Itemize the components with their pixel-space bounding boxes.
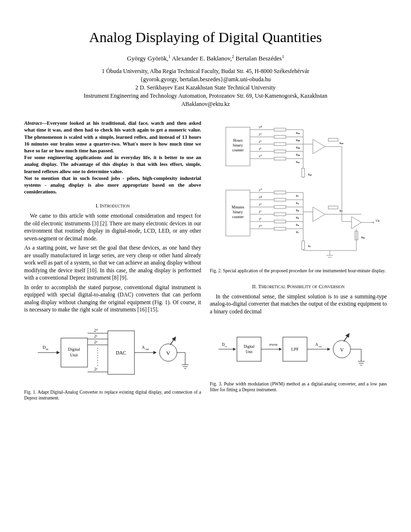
- svg-text:2³: 2³: [259, 133, 262, 136]
- svg-text:binary: binary: [233, 143, 243, 148]
- svg-text:2¹: 2¹: [259, 147, 262, 151]
- affil-line: Instrument Engineering and Technology Au…: [24, 92, 387, 100]
- svg-text:in: in: [46, 348, 48, 351]
- right-column: Hours binary counter 2⁴R₁₄ 2³R₁₃ 2²R₁₂ 2…: [210, 120, 387, 410]
- intro-p2: As a starting point, we have set the goa…: [24, 244, 201, 282]
- svg-text:2³: 2³: [259, 203, 262, 207]
- svg-text:V: V: [340, 347, 344, 353]
- affiliations: 1 Óbuda University, Alba Regia Technical…: [24, 67, 387, 108]
- affil-line: ABaklanov@ektu.kz: [24, 100, 387, 108]
- paper-title: Analog Displaying of Digital Quantities: [24, 29, 387, 45]
- svg-rect-39: [274, 143, 286, 146]
- affil-line: 1 Óbuda University, Alba Regia Technical…: [24, 67, 387, 75]
- svg-rect-82: [274, 220, 286, 223]
- svg-text:2⁰: 2⁰: [94, 328, 98, 333]
- svg-text:Digital: Digital: [68, 347, 80, 352]
- figure-2: Hours binary counter 2⁴R₁₄ 2³R₁₃ 2²R₁₂ 2…: [216, 120, 381, 265]
- svg-text:2⁴: 2⁴: [259, 195, 262, 199]
- svg-text:V: V: [166, 350, 170, 356]
- svg-rect-73: [274, 198, 286, 201]
- svg-text:out: out: [319, 345, 322, 348]
- svg-text:R₅: R₅: [296, 194, 299, 197]
- fig2-caption: Fig. 2. Special application of the propo…: [210, 268, 387, 274]
- svg-text:Unit: Unit: [246, 350, 253, 354]
- svg-text:R₆: R₆: [308, 245, 311, 248]
- svg-text:A: A: [315, 342, 318, 347]
- svg-text:binary: binary: [233, 210, 243, 214]
- svg-text:2¹: 2¹: [94, 334, 98, 339]
- affil-line: {gyorok.gyorgy, bertalan.beszedes}@amk.u…: [24, 75, 387, 84]
- svg-text:2ⁿ: 2ⁿ: [94, 367, 98, 371]
- svg-text:2⁵: 2⁵: [259, 188, 262, 192]
- svg-text:2²: 2²: [259, 140, 262, 144]
- intro-p3: In order to accomplish the stated purpos…: [24, 284, 201, 314]
- svg-text:Hours: Hours: [233, 138, 243, 143]
- svg-rect-33: [274, 128, 286, 131]
- svg-text:DAC: DAC: [116, 350, 126, 355]
- svg-text:R₁₁: R₁₁: [296, 153, 300, 156]
- svg-text:Digital: Digital: [244, 344, 255, 349]
- svg-text:R₃: R₃: [296, 209, 299, 212]
- svg-text:Minutes: Minutes: [232, 205, 244, 209]
- svg-text:Unit: Unit: [70, 353, 78, 357]
- svg-text:in: in: [225, 345, 227, 348]
- svg-text:counter: counter: [232, 215, 244, 219]
- svg-rect-85: [274, 227, 286, 230]
- svg-text:A: A: [142, 345, 145, 350]
- svg-text:2⁰: 2⁰: [259, 224, 262, 228]
- figure-1: Din Digital Unit 2⁰ 2¹ 2² 2ⁿ DAC Aout V: [33, 319, 192, 386]
- svg-text:2²: 2²: [259, 210, 262, 214]
- svg-text:R₁: R₁: [296, 223, 299, 226]
- svg-rect-104: [302, 241, 305, 250]
- svg-text:R₁₂: R₁₂: [296, 146, 300, 149]
- svg-rect-79: [274, 213, 286, 216]
- svg-line-132: [344, 334, 349, 341]
- left-column: Abstract—Everyone looked at his traditio…: [24, 120, 201, 410]
- svg-text:R₁₈: R₁₈: [339, 142, 344, 145]
- author-list: György Györök,1 Alexander E. Baklanov,2 …: [24, 54, 387, 62]
- svg-text:R₄: R₄: [296, 202, 299, 205]
- svg-rect-102: [328, 206, 338, 209]
- svg-text:2⁰: 2⁰: [259, 154, 262, 158]
- fig1-caption: Fig. 1. Adapt Digital-Analog Converter t…: [24, 389, 201, 401]
- svg-text:D: D: [43, 345, 46, 350]
- abstract: Abstract—Everyone looked at his traditio…: [24, 120, 201, 195]
- svg-rect-76: [274, 206, 286, 208]
- abstract-label: Abstract—: [24, 120, 47, 126]
- svg-text:out: out: [145, 348, 149, 351]
- svg-text:R₀: R₀: [296, 231, 299, 234]
- figure-3: Din Digital Unit PWM LPF Aout V: [216, 320, 381, 378]
- svg-text:counter: counter: [232, 148, 244, 152]
- svg-text:R₁₅: R₁₅: [308, 173, 312, 176]
- svg-rect-63: [302, 168, 305, 177]
- svg-rect-45: [274, 157, 286, 160]
- svg-rect-60: [328, 138, 338, 141]
- fig3-caption: Fig. 3. Pulse width modulation (PWM) met…: [210, 381, 387, 393]
- svg-text:R₂₀: R₂₀: [361, 236, 366, 239]
- svg-text:R₁₄: R₁₄: [296, 132, 300, 134]
- intro-p1: We came to this article with some emotio…: [24, 212, 201, 242]
- sec2-p1: In the conventional sense, the simplest …: [210, 293, 387, 316]
- svg-text:Uₒ: Uₒ: [376, 219, 380, 222]
- section-heading-intro: I. Introduction: [24, 202, 201, 209]
- svg-rect-70: [274, 191, 286, 194]
- svg-text:R₁₃: R₁₃: [296, 139, 300, 142]
- svg-text:PWM: PWM: [269, 343, 278, 347]
- svg-rect-120: [237, 337, 261, 361]
- svg-text:LPF: LPF: [291, 347, 299, 352]
- svg-text:2⁴: 2⁴: [259, 125, 262, 129]
- svg-text:2¹: 2¹: [259, 217, 262, 221]
- section-heading-theory: II. Theoretical Possibility of Conversio…: [210, 283, 387, 290]
- svg-point-108: [373, 222, 374, 223]
- svg-text:R₇: R₇: [339, 209, 343, 212]
- svg-rect-42: [274, 150, 286, 153]
- svg-text:R₁₀: R₁₀: [296, 161, 300, 163]
- svg-rect-36: [274, 135, 286, 138]
- svg-line-22: [170, 337, 176, 345]
- affil-line: 2 D. Serikbayev East Kazakhstan State Te…: [24, 84, 387, 92]
- svg-text:R₂: R₂: [296, 216, 299, 219]
- svg-text:2²: 2²: [94, 340, 98, 344]
